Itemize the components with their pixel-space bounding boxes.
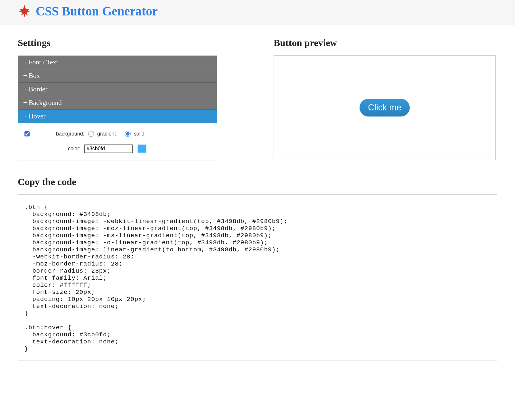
settings-title: Settings	[18, 37, 217, 48]
hover-color-input[interactable]	[84, 145, 133, 153]
svg-marker-1	[19, 5, 30, 17]
accordion-background[interactable]: + Background	[18, 96, 217, 110]
hover-color-label: color:	[53, 146, 80, 152]
preview-title: Button preview	[274, 37, 496, 48]
accordion-box[interactable]: + Box	[18, 69, 217, 83]
hover-bg-gradient-radio[interactable]	[88, 131, 94, 137]
code-title: Copy the code	[18, 176, 497, 187]
page-header: CSS Button Generator	[0, 0, 515, 24]
code-output[interactable]: .btn { background: #3498db; background-i…	[24, 204, 491, 352]
accordion-font-text[interactable]: + Font / Text	[18, 56, 217, 69]
hover-background-label: background:	[52, 131, 84, 137]
accordion-hover[interactable]: + Hover	[18, 110, 217, 123]
code-box[interactable]: .btn { background: #3498db; background-i…	[18, 194, 497, 360]
hover-color-swatch[interactable]	[138, 145, 146, 153]
hover-enable-checkbox[interactable]	[24, 131, 30, 136]
accordion-border[interactable]: + Border	[18, 83, 217, 96]
page-title: CSS Button Generator	[36, 4, 158, 18]
settings-accordion: + Font / Text + Box + Border + Backgroun…	[18, 55, 217, 161]
preview-button[interactable]: Click me	[360, 99, 410, 117]
hover-bg-gradient-label: gradient	[97, 131, 116, 137]
hover-bg-solid-radio[interactable]	[125, 131, 131, 137]
star-icon	[18, 5, 31, 18]
hover-panel: background: gradient solid color:	[18, 123, 217, 161]
preview-box: Click me	[274, 55, 496, 160]
hover-bg-solid-label: solid	[134, 131, 145, 137]
